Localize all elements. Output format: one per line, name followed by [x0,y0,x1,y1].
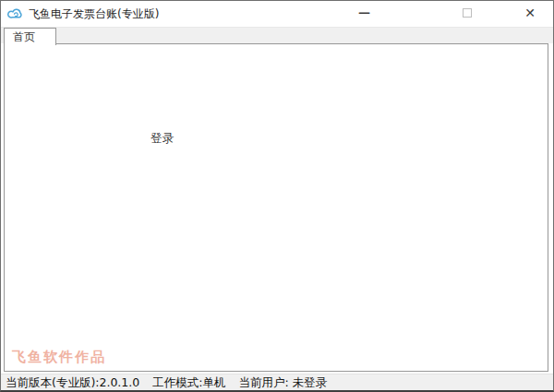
status-user: 当前用户: 未登录 [238,375,327,389]
tab-strip: 首页 [1,27,553,43]
window-title: 飞鱼电子发票台账(专业版) [29,1,159,27]
app-window: 飞鱼电子发票台账(专业版) — ✕ 首页 电子发票查验及报销管理系统 飞鱼电子发… [0,0,554,392]
status-mode: 工作模式:单机 [152,375,225,389]
tab-home[interactable]: 首页 [4,28,56,45]
status-version: 当前版本(专业版):2.0.1.0 [6,375,139,389]
close-button[interactable]: ✕ [516,1,544,27]
minimize-button[interactable]: — [350,1,378,27]
login-group-label: 登录 [147,131,177,147]
status-bar: 当前版本(专业版):2.0.1.0工作模式:单机当前用户: 未登录 [1,374,553,391]
cloud-app-icon [7,6,24,22]
titlebar: 飞鱼电子发票台账(专业版) — ✕ [1,1,553,27]
brand-watermark: 飞鱼软件作品 [12,349,106,366]
maximize-button[interactable] [453,1,481,27]
home-panel [4,43,548,372]
maximize-icon [463,8,472,18]
